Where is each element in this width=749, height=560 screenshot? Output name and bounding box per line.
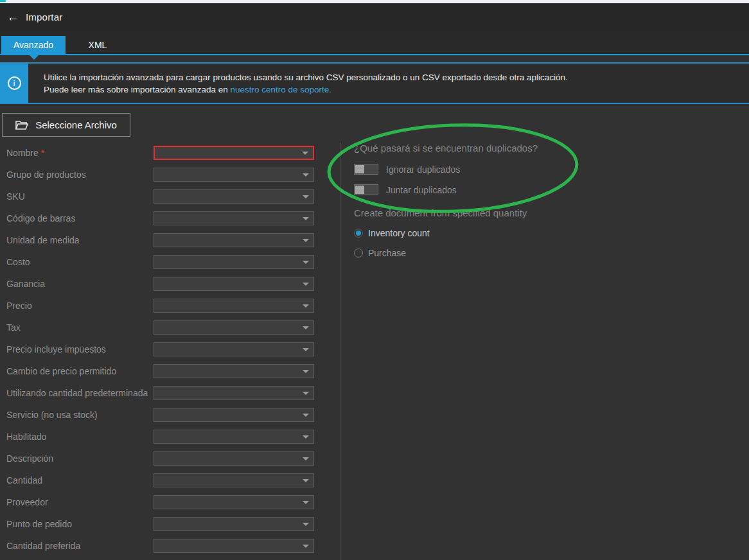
column-divider xyxy=(340,143,340,560)
tab-xml-label: XML xyxy=(89,40,107,50)
field-label: SKU xyxy=(0,189,154,204)
chevron-down-icon xyxy=(303,523,309,526)
field-label: Cantidad preferida xyxy=(0,539,154,553)
radio-button-icon[interactable] xyxy=(354,249,363,258)
field-mapping-form: Nombre *Grupo de productosSKUCódigo de b… xyxy=(0,146,340,560)
field-label: Código de barras xyxy=(0,211,154,225)
chevron-down-icon xyxy=(303,239,309,242)
banner-line2: Puede leer más sobre importación avanzad… xyxy=(44,83,568,96)
chevron-down-icon xyxy=(302,152,308,155)
select-file-button[interactable]: Seleccione Archivo xyxy=(2,113,130,137)
back-arrow-icon[interactable]: ← xyxy=(0,10,26,24)
field-label: Precio xyxy=(0,299,154,313)
field-select[interactable] xyxy=(154,233,314,247)
field-select[interactable] xyxy=(154,495,314,509)
field-label: Utilizando cantidad predeterminada xyxy=(0,386,154,400)
field-row: Unidad de medida xyxy=(0,233,340,255)
field-select[interactable] xyxy=(154,430,314,444)
chevron-down-icon xyxy=(303,326,309,329)
toggle-row: Ignorar duplicados xyxy=(354,164,585,175)
tab-underline xyxy=(0,54,749,55)
field-label: Proveedor xyxy=(0,495,154,509)
field-label: Nombre * xyxy=(0,146,154,160)
field-select[interactable] xyxy=(154,255,314,269)
field-select[interactable] xyxy=(154,320,314,335)
chevron-down-icon xyxy=(303,370,309,373)
page-title: Importar xyxy=(26,12,62,22)
field-row: Servicio (no usa stock) xyxy=(0,408,340,430)
folder-icon xyxy=(15,120,28,130)
radio-label: Purchase xyxy=(368,248,406,258)
banner-line1: Utilice la importación avanzada para car… xyxy=(44,71,568,83)
field-select[interactable] xyxy=(154,277,314,291)
field-select[interactable] xyxy=(154,386,314,400)
toggle-switch[interactable] xyxy=(354,184,378,195)
support-center-link[interactable]: nuestro centro de soporte. xyxy=(230,85,331,94)
select-file-label: Seleccione Archivo xyxy=(35,119,117,130)
tab-xml[interactable]: XML xyxy=(66,36,130,54)
chevron-down-icon xyxy=(303,283,309,286)
field-label: Descripción xyxy=(0,451,154,466)
field-row: Habilitado xyxy=(0,430,340,451)
radio-button-icon[interactable] xyxy=(354,229,363,238)
field-label: Cantidad xyxy=(0,473,154,487)
field-select[interactable] xyxy=(154,189,314,204)
field-row: Precio incluye impuestos xyxy=(0,342,340,364)
field-row: Costo xyxy=(0,255,340,277)
field-select[interactable] xyxy=(154,211,314,225)
field-select[interactable] xyxy=(154,168,314,182)
field-row: Tax xyxy=(0,320,340,342)
field-label: Tax xyxy=(0,320,154,335)
chevron-down-icon xyxy=(303,217,309,220)
chevron-down-icon xyxy=(303,348,309,351)
browser-accent xyxy=(0,0,6,2)
tab-avanzado[interactable]: Avanzado xyxy=(1,36,66,54)
field-row: Proveedor xyxy=(0,495,340,517)
field-row: Utilizando cantidad predeterminada xyxy=(0,386,340,408)
field-label: Unidad de medida xyxy=(0,233,154,247)
chevron-down-icon xyxy=(303,261,309,264)
toggle-row: Juntar duplicados xyxy=(354,184,585,195)
radio-option[interactable]: Purchase xyxy=(354,247,585,259)
chevron-down-icon xyxy=(303,173,309,177)
field-select[interactable] xyxy=(154,408,314,422)
duplicates-toggles: Ignorar duplicadosJuntar duplicados xyxy=(354,164,585,195)
toggle-knob xyxy=(355,165,364,173)
info-icon: i xyxy=(0,64,28,103)
radio-label: Inventory count xyxy=(368,228,430,238)
import-screen: ← Importar Avanzado XML i Utilice la imp… xyxy=(0,0,749,560)
radio-option[interactable]: Inventory count xyxy=(354,227,585,239)
field-label: Servicio (no usa stock) xyxy=(0,408,154,422)
chevron-down-icon xyxy=(303,435,309,439)
chevron-down-icon xyxy=(303,304,309,308)
field-row: Nombre * xyxy=(0,146,340,168)
chevron-down-icon xyxy=(303,479,309,482)
chevron-down-icon xyxy=(303,195,309,198)
required-asterisk: * xyxy=(39,148,44,158)
field-select[interactable] xyxy=(154,473,314,487)
field-select[interactable] xyxy=(154,146,314,160)
field-select[interactable] xyxy=(154,342,314,356)
tabbar: Avanzado XML xyxy=(0,31,749,55)
chevron-down-icon xyxy=(303,457,309,460)
tab-avanzado-label: Avanzado xyxy=(13,40,53,50)
chevron-down-icon xyxy=(303,392,309,395)
field-select[interactable] xyxy=(154,517,314,531)
info-icon-glyph: i xyxy=(8,76,21,90)
field-row: Cantidad xyxy=(0,473,340,495)
field-row: Ganancia xyxy=(0,277,340,299)
toggle-label: Juntar duplicados xyxy=(386,185,457,195)
field-select[interactable] xyxy=(154,451,314,466)
field-select[interactable] xyxy=(154,539,314,553)
create-document-heading: Create document from specified quantity xyxy=(354,207,585,219)
field-select[interactable] xyxy=(154,364,314,378)
duplicates-heading: ¿Qué pasará si se encuentran duplicados? xyxy=(354,143,585,154)
field-label: Punto de pedido xyxy=(0,517,154,531)
field-label: Costo xyxy=(0,255,154,269)
toggle-switch[interactable] xyxy=(354,164,378,175)
create-document-options: Inventory countPurchase xyxy=(354,227,585,259)
field-select[interactable] xyxy=(154,299,314,313)
toggle-knob xyxy=(355,186,364,194)
chevron-down-icon xyxy=(303,414,309,417)
field-row: Cantidad preferida xyxy=(0,539,340,560)
